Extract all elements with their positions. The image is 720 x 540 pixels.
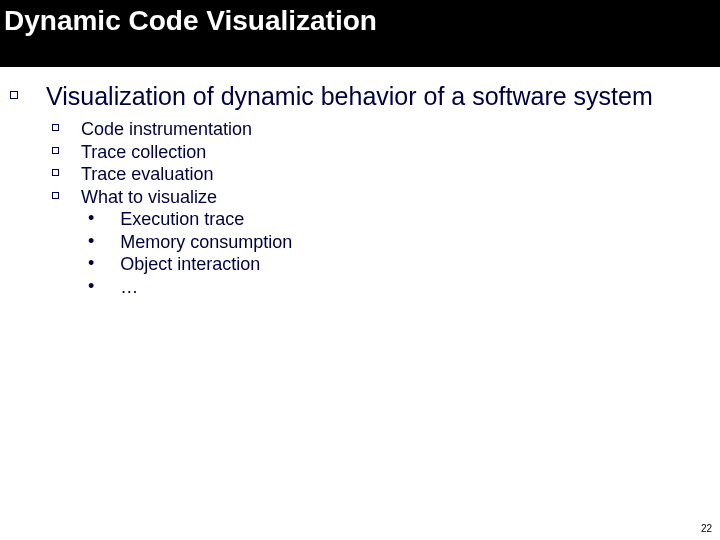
square-bullet-icon [52, 124, 59, 131]
dot-bullet-icon: • [88, 277, 94, 295]
main-point-text: Visualization of dynamic behavior of a s… [46, 81, 653, 112]
sub-point-text: Code instrumentation [81, 118, 252, 141]
bullet-level3-group: • Execution trace • Memory consumption •… [88, 208, 710, 298]
dot-bullet-icon: • [88, 254, 94, 272]
bullet-level2: Code instrumentation [52, 118, 710, 141]
slide-title: Dynamic Code Visualization [4, 5, 377, 36]
dot-bullet-icon: • [88, 232, 94, 250]
bullet-level2: Trace evaluation [52, 163, 710, 186]
dot-bullet-icon: • [88, 209, 94, 227]
bullet-level3: • … [88, 276, 710, 299]
bullet-level1: Visualization of dynamic behavior of a s… [10, 81, 710, 112]
sub-point-text: Trace evaluation [81, 163, 213, 186]
square-bullet-icon [10, 91, 18, 99]
square-bullet-icon [52, 169, 59, 176]
square-bullet-icon [52, 192, 59, 199]
bullet-level2: What to visualize [52, 186, 710, 209]
sub-point-text: Trace collection [81, 141, 206, 164]
bullet-level3: • Execution trace [88, 208, 710, 231]
bullet-level2: Trace collection [52, 141, 710, 164]
slide-content: Visualization of dynamic behavior of a s… [0, 67, 720, 298]
detail-point-text: Object interaction [120, 253, 260, 276]
detail-point-text: Execution trace [120, 208, 244, 231]
slide-title-bar: Dynamic Code Visualization [0, 0, 720, 67]
square-bullet-icon [52, 147, 59, 154]
bullet-level3: • Object interaction [88, 253, 710, 276]
bullet-level3: • Memory consumption [88, 231, 710, 254]
page-number: 22 [701, 523, 712, 534]
detail-point-text: Memory consumption [120, 231, 292, 254]
bullet-level2-group: Code instrumentation Trace collection Tr… [52, 118, 710, 298]
detail-point-text: … [120, 276, 138, 299]
sub-point-text: What to visualize [81, 186, 217, 209]
